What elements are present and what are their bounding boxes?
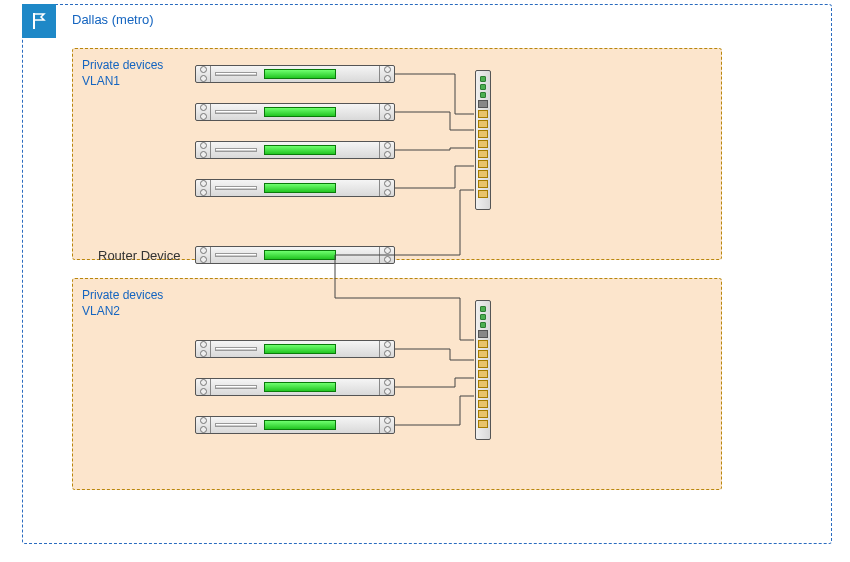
vlan2-label: Private devices VLAN2 xyxy=(82,288,163,319)
vlan1-box xyxy=(72,48,722,260)
flag-icon xyxy=(22,4,56,38)
vlan2-server-2 xyxy=(195,378,395,396)
metro-label: Dallas (metro) xyxy=(72,12,154,27)
vlan2-box xyxy=(72,278,722,490)
vlan2-server-1 xyxy=(195,340,395,358)
vlan1-label: Private devices VLAN1 xyxy=(82,58,163,89)
diagram-canvas: Dallas (metro) Private devices VLAN1 Rou… xyxy=(0,0,850,562)
router-device xyxy=(195,246,395,264)
vlan2-switch xyxy=(475,300,491,440)
vlan1-server-4 xyxy=(195,179,395,197)
vlan1-server-3 xyxy=(195,141,395,159)
router-label: Router Device xyxy=(98,248,180,263)
vlan1-server-2 xyxy=(195,103,395,121)
vlan1-server-1 xyxy=(195,65,395,83)
vlan2-server-3 xyxy=(195,416,395,434)
vlan1-switch xyxy=(475,70,491,210)
